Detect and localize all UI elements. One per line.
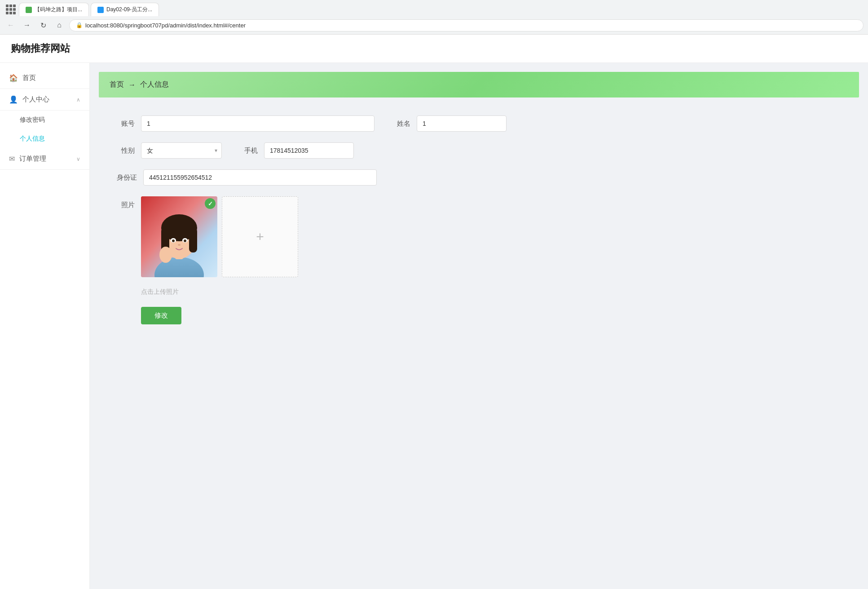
photo-image bbox=[141, 196, 217, 277]
svg-rect-6 bbox=[189, 228, 197, 252]
photo-row: 照片 bbox=[117, 196, 575, 277]
svg-point-11 bbox=[178, 244, 181, 246]
sidebar-item-personal-info[interactable]: 个人信息 bbox=[0, 129, 89, 148]
tab-favicon-1 bbox=[26, 7, 32, 13]
form-row-gender-phone: 性别 女 男 ▾ 手机 bbox=[117, 142, 575, 159]
account-label: 账号 bbox=[117, 120, 135, 128]
chevron-up-icon: ∧ bbox=[76, 97, 80, 103]
sidebar-label-personal: 个人中心 bbox=[22, 95, 72, 104]
name-label: 姓名 bbox=[392, 120, 410, 128]
app-wrapper: 购物推荐网站 🏠 首页 👤 个人中心 ∧ 修改密码 个人信息 bbox=[0, 35, 868, 589]
forward-button[interactable]: → bbox=[21, 19, 33, 31]
address-bar[interactable]: 🔒 localhost:8080/springboot707pd/admin/d… bbox=[69, 19, 864, 31]
photo-thumbnail[interactable]: ✓ bbox=[141, 196, 217, 277]
sidebar-label-home: 首页 bbox=[22, 74, 80, 82]
submit-area: 修改 bbox=[141, 307, 575, 324]
form-group-phone: 手机 bbox=[240, 142, 354, 159]
photo-area: ✓ + bbox=[141, 196, 298, 277]
chevron-down-icon: ∨ bbox=[76, 156, 80, 162]
account-input[interactable] bbox=[141, 115, 375, 132]
svg-point-12 bbox=[159, 247, 172, 263]
change-password-label: 修改密码 bbox=[20, 116, 45, 124]
person-icon: 👤 bbox=[9, 95, 18, 104]
sidebar: 🏠 首页 👤 个人中心 ∧ 修改密码 个人信息 ✉ 订单管理 bbox=[0, 63, 90, 589]
idcard-label: 身份证 bbox=[117, 173, 137, 182]
browser-tab-2[interactable]: Day02-09-员工分... bbox=[91, 3, 159, 16]
browser-chrome: 【码坤之路】项目... Day02-09-员工分... ← → ↻ ⌂ 🔒 lo… bbox=[0, 0, 868, 35]
form-group-name: 姓名 bbox=[392, 115, 507, 132]
tab-label-1: 【码坤之路】项目... bbox=[35, 6, 82, 13]
app-header: 购物推荐网站 bbox=[0, 35, 868, 63]
form-row-idcard: 身份证 bbox=[117, 169, 575, 186]
form-group-account: 账号 bbox=[117, 115, 375, 132]
sidebar-label-order: 订单管理 bbox=[19, 155, 72, 163]
phone-label: 手机 bbox=[240, 146, 258, 155]
breadcrumb-arrow: → bbox=[128, 81, 136, 89]
upload-hint: 点击上传照片 bbox=[141, 288, 575, 296]
phone-input[interactable] bbox=[264, 142, 354, 159]
form-container: 账号 姓名 性别 女 男 bbox=[99, 111, 593, 329]
content-area: 首页 → 个人信息 账号 姓名 bbox=[90, 63, 868, 589]
sidebar-item-order-management[interactable]: ✉ 订单管理 ∨ bbox=[0, 148, 89, 170]
breadcrumb: 首页 → 个人信息 bbox=[99, 72, 859, 97]
sidebar-sub-personal: 修改密码 个人信息 bbox=[0, 111, 89, 148]
breadcrumb-current: 个人信息 bbox=[140, 80, 169, 89]
browser-nav-bar: ← → ↻ ⌂ 🔒 localhost:8080/springboot707pd… bbox=[0, 16, 868, 34]
browser-tab-1[interactable]: 【码坤之路】项目... bbox=[19, 3, 89, 16]
sidebar-item-personal-center[interactable]: 👤 个人中心 ∧ bbox=[0, 89, 89, 111]
gender-select-wrapper: 女 男 ▾ bbox=[141, 142, 222, 159]
back-button[interactable]: ← bbox=[4, 19, 17, 31]
gender-label: 性别 bbox=[117, 146, 135, 155]
photo-svg bbox=[141, 196, 217, 277]
lock-icon: 🔒 bbox=[76, 22, 83, 28]
photo-check-icon: ✓ bbox=[205, 198, 216, 209]
form-group-gender: 性别 女 男 ▾ bbox=[117, 142, 222, 159]
name-input[interactable] bbox=[417, 115, 507, 132]
home-button[interactable]: ⌂ bbox=[53, 19, 66, 31]
form-group-idcard: 身份证 bbox=[117, 169, 377, 186]
photo-upload-button[interactable]: + bbox=[222, 196, 298, 277]
plus-icon: + bbox=[256, 229, 264, 244]
tab-favicon-2 bbox=[97, 7, 104, 13]
svg-point-10 bbox=[184, 239, 186, 242]
personal-info-label: 个人信息 bbox=[20, 135, 45, 143]
reload-button[interactable]: ↻ bbox=[37, 19, 49, 31]
mail-icon: ✉ bbox=[9, 155, 15, 163]
idcard-input[interactable] bbox=[143, 169, 377, 186]
submit-button[interactable]: 修改 bbox=[141, 307, 181, 324]
browser-tabs: 【码坤之路】项目... Day02-09-员工分... bbox=[0, 0, 868, 16]
home-icon: 🏠 bbox=[9, 74, 18, 82]
gender-select[interactable]: 女 男 bbox=[141, 142, 222, 159]
sidebar-item-home[interactable]: 🏠 首页 bbox=[0, 67, 89, 89]
app-title: 购物推荐网站 bbox=[11, 42, 857, 55]
photo-label: 照片 bbox=[117, 196, 135, 209]
breadcrumb-home: 首页 bbox=[110, 80, 124, 89]
url-text: localhost:8080/springboot707pd/admin/dis… bbox=[85, 22, 246, 29]
sidebar-item-change-password[interactable]: 修改密码 bbox=[0, 111, 89, 129]
form-row-account-name: 账号 姓名 bbox=[117, 115, 575, 132]
main-layout: 🏠 首页 👤 个人中心 ∧ 修改密码 个人信息 ✉ 订单管理 bbox=[0, 63, 868, 589]
tab-label-2: Day02-09-员工分... bbox=[106, 6, 152, 13]
apps-button[interactable] bbox=[4, 3, 17, 16]
svg-point-9 bbox=[172, 239, 175, 242]
